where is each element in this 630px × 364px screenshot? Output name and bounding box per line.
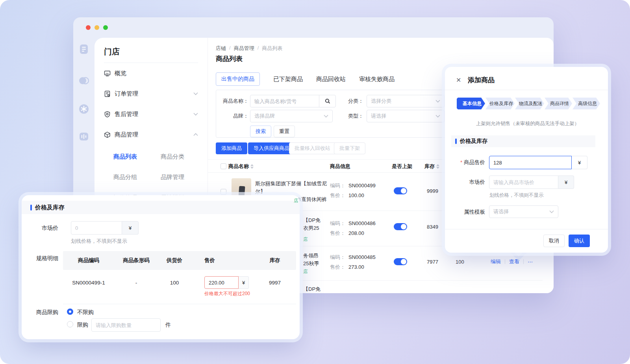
unit-label: 件 — [165, 322, 171, 329]
document-icon[interactable] — [78, 43, 90, 55]
column-header-name[interactable]: 商品名称 — [228, 160, 254, 173]
market-price-input[interactable] — [71, 221, 122, 235]
chevron-down-icon — [193, 92, 198, 95]
breadcrumb-item[interactable]: 店铺 — [216, 45, 226, 52]
sidebar-item-overview[interactable]: 概览 — [94, 63, 208, 83]
asterisk-icon[interactable] — [78, 103, 90, 115]
product-name[interactable]: 【DP免 衣男25 店 — [303, 216, 321, 243]
limit-quantity-input[interactable] — [91, 318, 161, 332]
sort-icon[interactable] — [436, 164, 439, 169]
code-value: SN0000485 — [348, 254, 376, 260]
tab-review-failed[interactable]: 审核失败商品 — [359, 76, 395, 83]
product-name-line: 务领昂 — [303, 252, 319, 260]
stats-icon[interactable] — [78, 131, 90, 142]
field-label: 商品售价 — [464, 159, 485, 165]
column-header-stock[interactable]: 库存 — [424, 160, 439, 173]
stock-value: 7977 — [413, 259, 438, 265]
product-name[interactable]: 【DP免 — [303, 285, 321, 293]
spec-col-header: 商品条形码 — [114, 257, 158, 264]
sales-value: 100 — [456, 259, 464, 265]
close-icon[interactable]: ✕ — [456, 76, 461, 84]
aftersale-icon — [104, 111, 111, 118]
product-name-input[interactable] — [250, 95, 319, 107]
step-product-detail[interactable]: 商品详情 — [545, 98, 572, 109]
radio-unlimited-label[interactable]: 不限购 — [77, 309, 94, 316]
sale-price-input[interactable] — [489, 156, 572, 169]
edit-link[interactable]: 编辑 — [491, 258, 501, 265]
spec-col-header: 商品编码 — [63, 257, 114, 264]
step-price-stock[interactable]: 价格及库存 — [485, 98, 515, 109]
onsale-toggle[interactable] — [394, 187, 407, 194]
tab-on-sale[interactable]: 出售中的商品 — [216, 72, 260, 86]
sidebar-item-products[interactable]: 商品管理 — [94, 124, 208, 145]
attribute-template-placeholder: 请选择 — [493, 208, 549, 215]
market-price-label: 市场价 — [457, 179, 485, 186]
modal-title: 添加商品 — [468, 76, 495, 85]
more-actions-icon[interactable]: ⋯ — [528, 259, 533, 265]
reset-button[interactable]: 重置 — [274, 126, 295, 137]
sidebar-item-aftersale[interactable]: 售后管理 — [94, 104, 208, 124]
market-price-help: 划线价格，不填则不显示 — [489, 192, 544, 199]
divider — [445, 90, 608, 90]
window-maximize-button[interactable] — [103, 25, 108, 30]
brand-select[interactable]: 选择品牌 — [250, 110, 333, 122]
tab-recycle-bin[interactable]: 商品回收站 — [316, 76, 346, 83]
step-advanced-info[interactable]: 高级信息 — [573, 98, 600, 109]
attribute-template-select[interactable]: 请选择 — [489, 205, 558, 218]
radio-limited[interactable] — [67, 321, 73, 327]
row-checkbox[interactable] — [220, 189, 226, 195]
sidebar-item-orders[interactable]: 订单管理 — [94, 83, 208, 104]
sidebar-item-product-category[interactable]: 商品分类 — [161, 146, 208, 167]
filter-name-label: 商品名称： — [217, 95, 248, 107]
sidebar-item-product-group[interactable]: 商品分组 — [113, 167, 161, 187]
step-bar: 基本信息 价格及库存 物流及配送 商品详情 高级信息 — [457, 98, 600, 109]
spec-barcode: - — [114, 280, 158, 286]
import-supplier-button[interactable]: 导入供应商商品 — [248, 142, 295, 154]
search-button[interactable]: 搜索 — [250, 126, 271, 137]
filter-type-label: 类型： — [332, 110, 363, 122]
onsale-toggle[interactable] — [394, 223, 407, 230]
chevron-down-icon — [435, 115, 440, 118]
tab-off-shelf[interactable]: 已下架商品 — [273, 76, 303, 83]
step-logistics[interactable]: 物流及配送 — [515, 98, 544, 109]
sidebar-item-brand-management[interactable]: 品牌管理 — [161, 167, 208, 187]
page-title: 商品列表 — [216, 54, 243, 63]
divider — [445, 229, 608, 229]
add-product-button[interactable]: 添加商品 — [216, 142, 247, 154]
batch-recycle-button[interactable]: 批量移入回收站 — [289, 142, 336, 154]
code-value: SN0000486 — [348, 220, 376, 226]
divider — [63, 304, 296, 304]
currency-suffix: ¥ — [122, 221, 139, 235]
product-name[interactable]: 务领昂 25秋季 店 — [303, 252, 319, 275]
category-select-placeholder: 选择分类 — [371, 98, 435, 105]
price-value: 100.00 — [348, 192, 364, 198]
code-label: 编码： — [330, 254, 345, 260]
section-accent-bar — [455, 139, 457, 144]
spec-price-input[interactable] — [204, 276, 239, 289]
window-close-button[interactable] — [86, 25, 91, 30]
sort-icon[interactable] — [250, 164, 254, 169]
sidebar-item-product-list[interactable]: 商品列表 — [113, 146, 161, 167]
window-minimize-button[interactable] — [94, 25, 99, 30]
market-price-group: ¥ — [71, 221, 139, 235]
brand-select-placeholder: 选择品牌 — [254, 113, 324, 120]
toggle-icon[interactable] — [78, 75, 90, 87]
step-basic-info[interactable]: 基本信息 — [457, 98, 485, 109]
cancel-button[interactable]: 取消 — [543, 235, 565, 247]
sidebar-item-label: 概览 — [115, 70, 126, 77]
product-name-line: 斯尔丽集团旗下瑟俪【加绒雪尼尔】 — [255, 180, 330, 196]
radio-limited-label[interactable]: 限购 — [77, 322, 88, 329]
column-header-label: 是否上架 — [392, 163, 412, 170]
onsale-toggle[interactable] — [394, 258, 407, 265]
batch-offshelf-button[interactable]: 批量下架 — [334, 142, 365, 154]
confirm-button[interactable]: 确认 — [569, 235, 590, 247]
tab-bar: 出售中的商品 已下架商品 商品回收站 审核失败商品 — [216, 72, 395, 86]
radio-unlimited[interactable] — [67, 309, 73, 315]
view-link[interactable]: 查看 — [509, 258, 519, 265]
market-price-input[interactable] — [489, 176, 558, 189]
breadcrumb-item[interactable]: 商品管理 — [234, 45, 254, 52]
type-select[interactable]: 请选择 — [367, 110, 445, 122]
store-tag: 店 — [294, 198, 298, 204]
select-all-checkbox[interactable] — [220, 163, 226, 169]
category-select[interactable]: 选择分类 — [367, 95, 445, 107]
